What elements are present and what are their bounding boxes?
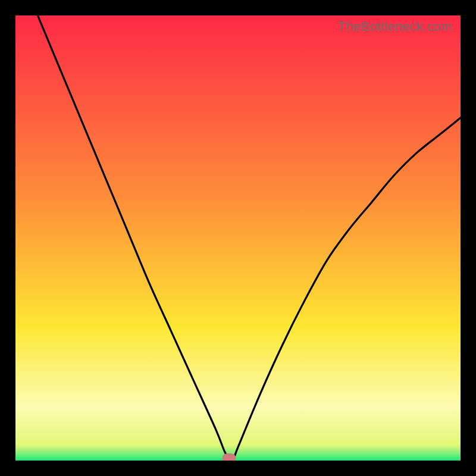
- optimum-marker: [223, 453, 236, 461]
- chart-frame: TheBottleneck.com: [0, 0, 476, 476]
- bottleneck-curve: [15, 15, 461, 461]
- plot-area: TheBottleneck.com: [15, 15, 461, 461]
